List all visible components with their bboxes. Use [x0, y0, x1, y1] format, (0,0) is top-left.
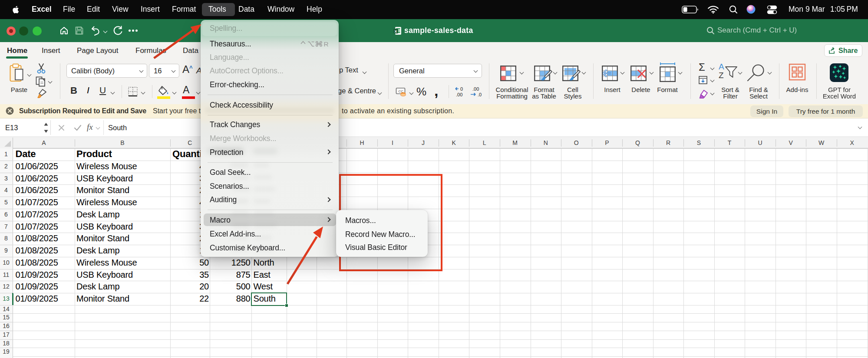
svg-text:.00: .00 [472, 86, 479, 92]
svg-text:R: R [324, 40, 329, 48]
svg-text:.00: .00 [456, 92, 462, 97]
svg-text:0: 0 [460, 86, 463, 92]
svg-text:.0: .0 [478, 92, 482, 97]
svg-text:x: x [395, 29, 397, 33]
